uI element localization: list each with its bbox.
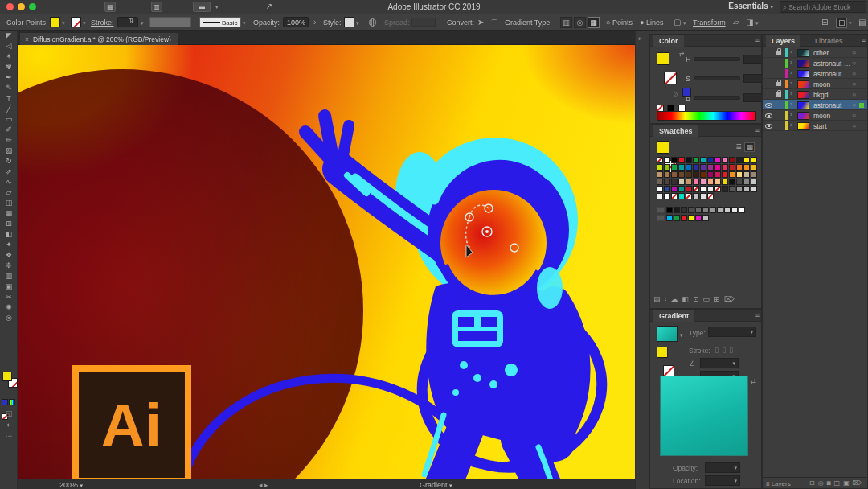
swatch[interactable] xyxy=(736,164,743,171)
panel-menu-icon[interactable]: ≡ xyxy=(755,126,760,134)
swatch[interactable] xyxy=(710,207,716,213)
recolor-artwork-icon[interactable]: ◍ xyxy=(368,16,376,27)
color-spectrum-bar[interactable] xyxy=(657,111,756,121)
expand-chevron-icon[interactable]: › xyxy=(790,59,792,66)
visibility-eye-icon[interactable] xyxy=(765,113,772,118)
expand-chevron-icon[interactable]: › xyxy=(790,80,792,87)
swatch[interactable] xyxy=(717,207,723,213)
search-input[interactable]: ⌕ Search Adobe Stock xyxy=(780,1,866,13)
swatch[interactable] xyxy=(714,171,721,178)
slice-tool[interactable]: ✂ xyxy=(0,292,18,302)
tab-swatches[interactable]: Swatches xyxy=(653,125,698,137)
stroke-weight-chevron-icon[interactable]: ▾ xyxy=(141,20,144,27)
lasso-tool[interactable]: ✾ xyxy=(0,62,18,72)
swatch[interactable] xyxy=(700,157,706,163)
swatch[interactable] xyxy=(681,215,687,221)
stroke-color-chip[interactable] xyxy=(71,17,81,27)
fill-stroke-proxy[interactable] xyxy=(2,372,18,389)
swatch[interactable] xyxy=(743,164,750,171)
hsb-slider[interactable] xyxy=(694,76,740,80)
expand-chevron-icon[interactable]: › xyxy=(790,111,792,118)
layer-name[interactable]: astronaut xyxy=(813,70,841,78)
swatch[interactable] xyxy=(693,193,699,199)
target-circle-icon[interactable]: ○ xyxy=(852,60,856,67)
swatch[interactable] xyxy=(707,186,714,192)
swatch[interactable] xyxy=(693,157,699,163)
swatch[interactable] xyxy=(743,171,750,178)
gradient-thumb-chevron-icon[interactable]: ▾ xyxy=(680,332,683,339)
swatch[interactable] xyxy=(714,164,721,171)
paintbrush-tool[interactable]: ✐ xyxy=(0,125,18,135)
transform-label[interactable]: Transform xyxy=(693,18,726,27)
symbol-sprayer-tool[interactable]: ❉ xyxy=(0,261,18,271)
layer-name[interactable]: astronaut … xyxy=(813,60,850,68)
swatch[interactable] xyxy=(751,164,757,171)
swatch[interactable] xyxy=(657,179,663,185)
swatch[interactable] xyxy=(686,164,692,171)
swatch[interactable] xyxy=(678,193,685,199)
gradient-linear-button[interactable]: ▥ xyxy=(560,17,572,28)
gradient-tool[interactable]: ◧ xyxy=(0,229,18,240)
screen-mode-icon[interactable]: ◐ xyxy=(0,420,18,430)
zoom-level-dropdown[interactable]: 200% ▾ xyxy=(59,481,106,489)
swatch[interactable] xyxy=(722,171,728,178)
magic-wand-tool[interactable]: ✶ xyxy=(0,51,18,62)
swatch[interactable] xyxy=(700,164,706,171)
swatch[interactable] xyxy=(724,207,731,213)
swatch[interactable] xyxy=(751,179,757,185)
color-group-folder-icon[interactable] xyxy=(657,207,665,213)
swatch[interactable] xyxy=(729,171,735,178)
new-color-group-icon[interactable]: ▭ xyxy=(703,295,714,303)
swatch[interactable] xyxy=(707,164,714,171)
new-layer-icon[interactable]: ▣ xyxy=(843,479,853,487)
swatch[interactable] xyxy=(751,186,757,192)
swatch[interactable] xyxy=(671,164,678,171)
stroke-label[interactable]: Stroke: xyxy=(91,18,114,27)
swatch[interactable] xyxy=(671,171,678,178)
swatch[interactable] xyxy=(693,186,699,192)
gradient-mode-icon[interactable] xyxy=(9,399,15,405)
swatch[interactable] xyxy=(729,164,735,171)
swatch[interactable] xyxy=(695,207,702,213)
fill-chevron-icon[interactable]: ▾ xyxy=(62,20,65,27)
swatch[interactable] xyxy=(686,171,692,178)
swatch[interactable] xyxy=(678,171,685,178)
layer-row[interactable]: ›start○ xyxy=(763,121,867,131)
artboard-canvas[interactable]: Ai xyxy=(18,45,635,479)
swatch[interactable] xyxy=(707,179,714,185)
target-circle-icon[interactable]: ○ xyxy=(852,101,856,109)
curvature-tool[interactable]: ✎ xyxy=(0,83,18,93)
gradient-type-dropdown[interactable]: ▾ xyxy=(708,327,756,337)
color-mode-icon[interactable] xyxy=(2,399,8,405)
marquee-icon[interactable]: ▢ xyxy=(674,18,681,27)
swatch[interactable] xyxy=(700,186,706,192)
swatch[interactable] xyxy=(671,157,678,163)
pen-tool[interactable]: ✒ xyxy=(0,72,18,83)
panel-menu-icon[interactable]: ≡ xyxy=(862,36,866,44)
gradient-stroke-proxy[interactable] xyxy=(663,365,674,376)
convert-smooth-icon[interactable]: ⌒ xyxy=(490,18,498,29)
gradient-freeform-button[interactable]: ▦ xyxy=(588,17,600,28)
swatch[interactable] xyxy=(686,157,692,163)
swatch[interactable] xyxy=(700,179,706,185)
lock-icon[interactable] xyxy=(776,82,781,86)
collect-for-export-icon[interactable]: ⊡ xyxy=(809,479,818,487)
expand-chevron-icon[interactable]: › xyxy=(790,90,792,97)
swatch[interactable] xyxy=(664,193,670,199)
swatch[interactable] xyxy=(671,179,678,185)
target-circle-icon[interactable]: ○ xyxy=(852,112,856,119)
swatch[interactable] xyxy=(671,186,678,192)
swatch[interactable] xyxy=(693,171,699,178)
swatch[interactable] xyxy=(681,207,687,213)
swatch[interactable] xyxy=(729,186,735,192)
stroke-stepper-icon[interactable]: ⇅ xyxy=(129,17,134,24)
color-group-folder-icon[interactable] xyxy=(657,215,665,221)
column-graph-tool[interactable]: ▥ xyxy=(0,271,18,281)
convert-anchor-icon[interactable]: ➤ xyxy=(477,18,484,27)
visibility-eye-icon[interactable] xyxy=(765,124,772,129)
swatch[interactable] xyxy=(664,179,670,185)
eyedropper-tool[interactable]: ✦ xyxy=(0,240,18,250)
workspace-switcher[interactable]: Essentials ▾ xyxy=(728,2,773,10)
opacity-value-field[interactable]: 100% xyxy=(283,17,309,27)
rectangle-tool[interactable]: ▭ xyxy=(0,114,18,125)
